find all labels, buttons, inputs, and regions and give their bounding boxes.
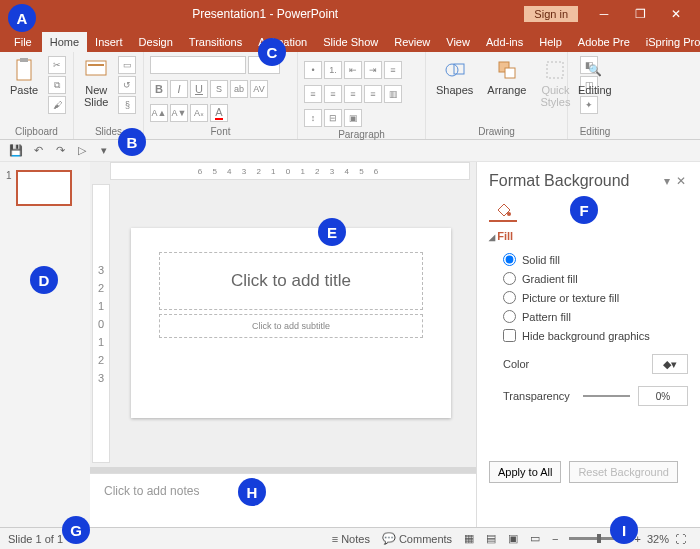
reading-view-button[interactable]: ▣	[502, 532, 524, 545]
underline-button[interactable]: U	[190, 80, 208, 98]
italic-button[interactable]: I	[170, 80, 188, 98]
align-center-button[interactable]: ≡	[324, 85, 342, 103]
apply-to-all-button[interactable]: Apply to All	[489, 461, 561, 483]
justify-button[interactable]: ≡	[364, 85, 382, 103]
comments-toggle[interactable]: 💬 Comments	[376, 532, 458, 545]
svg-rect-0	[17, 60, 31, 80]
spacing-button[interactable]: AV	[250, 80, 268, 98]
maximize-button[interactable]: ❐	[622, 7, 658, 21]
section-button[interactable]: §	[118, 96, 136, 114]
editing-button[interactable]: 🔍Editing	[574, 56, 616, 98]
tab-animation[interactable]: Animation	[250, 32, 315, 52]
taskpane-title: Format Background	[489, 172, 660, 190]
align-right-button[interactable]: ≡	[344, 85, 362, 103]
indent-inc-button[interactable]: ⇥	[364, 61, 382, 79]
subtitle-placeholder[interactable]: Click to add subtitle	[159, 314, 423, 338]
vertical-ruler[interactable]: 3210123	[92, 184, 110, 463]
bullets-button[interactable]: •	[304, 61, 322, 79]
align-left-button[interactable]: ≡	[304, 85, 322, 103]
smartart-button[interactable]: ▣	[344, 109, 362, 127]
tab-home[interactable]: Home	[42, 32, 87, 52]
group-label-clipboard: Clipboard	[6, 124, 67, 137]
slide-canvas-area[interactable]: Click to add title Click to add subtitle	[110, 180, 476, 467]
group-paragraph: • 1. ⇤ ⇥ ≡ ≡ ≡ ≡ ≡ ▥ ↕ ⊟ ▣ Paragraph	[298, 52, 426, 139]
notes-pane[interactable]: Click to add notes	[90, 473, 476, 527]
text-direction-button[interactable]: ↕	[304, 109, 322, 127]
minimize-button[interactable]: ─	[586, 7, 622, 21]
slide-counter[interactable]: Slide 1 of 1	[8, 533, 63, 545]
zoom-out-button[interactable]: −	[546, 533, 564, 545]
tab-transitions[interactable]: Transitions	[181, 32, 250, 52]
sorter-view-button[interactable]: ▤	[480, 532, 502, 545]
gradient-fill-option[interactable]: Gradient fill	[489, 269, 688, 288]
slide-thumbnail[interactable]	[16, 170, 72, 206]
start-slideshow-button[interactable]: ▷	[74, 143, 90, 159]
undo-button[interactable]: ↶	[30, 143, 46, 159]
solid-fill-option[interactable]: Solid fill	[489, 250, 688, 269]
arrange-label: Arrange	[487, 84, 526, 96]
tab-slideshow[interactable]: Slide Show	[315, 32, 386, 52]
zoom-in-button[interactable]: +	[629, 533, 647, 545]
fit-to-window-button[interactable]: ⛶	[669, 533, 692, 545]
normal-view-button[interactable]: ▦	[458, 532, 480, 545]
taskpane-options-button[interactable]: ▾	[660, 174, 674, 188]
pattern-fill-option[interactable]: Pattern fill	[489, 307, 688, 326]
tab-file[interactable]: File	[4, 32, 42, 52]
font-size-box[interactable]	[248, 56, 280, 74]
decrease-font-button[interactable]: A▼	[170, 104, 188, 122]
clear-format-button[interactable]: Aₓ	[190, 104, 208, 122]
layout-button[interactable]: ▭	[118, 56, 136, 74]
transparency-slider[interactable]	[583, 395, 630, 397]
paste-button[interactable]: Paste	[6, 56, 42, 98]
slideshow-view-button[interactable]: ▭	[524, 532, 546, 545]
tab-help[interactable]: Help	[531, 32, 570, 52]
signin-button[interactable]: Sign in	[524, 6, 578, 22]
tab-design[interactable]: Design	[131, 32, 181, 52]
indent-dec-button[interactable]: ⇤	[344, 61, 362, 79]
notes-toggle[interactable]: ≡ Notes	[326, 533, 376, 545]
redo-button[interactable]: ↷	[52, 143, 68, 159]
copy-button[interactable]: ⧉	[48, 76, 66, 94]
arrange-button[interactable]: Arrange	[483, 56, 530, 98]
ribbon-tabs: File Home Insert Design Transitions Anim…	[0, 28, 700, 52]
shapes-button[interactable]: Shapes	[432, 56, 477, 98]
zoom-slider[interactable]	[569, 537, 625, 540]
font-family-box[interactable]	[150, 56, 246, 74]
format-painter-button[interactable]: 🖌	[48, 96, 66, 114]
taskpane-close-button[interactable]: ✕	[674, 174, 688, 188]
numbering-button[interactable]: 1.	[324, 61, 342, 79]
hide-bg-graphics-checkbox[interactable]: Hide background graphics	[489, 326, 688, 345]
tab-adobe[interactable]: Adobe Pre	[570, 32, 638, 52]
tab-review[interactable]: Review	[386, 32, 438, 52]
tab-addins[interactable]: Add-ins	[478, 32, 531, 52]
transparency-label: Transparency	[503, 390, 575, 402]
font-color-button[interactable]: A	[210, 104, 228, 122]
bold-button[interactable]: B	[150, 80, 168, 98]
transparency-value[interactable]: 0%	[638, 386, 688, 406]
fill-tab-icon[interactable]	[489, 198, 517, 222]
zoom-level[interactable]: 32%	[647, 533, 669, 545]
tab-ispring[interactable]: iSpring Pro	[638, 32, 700, 52]
horizontal-ruler[interactable]: 6 5 4 3 2 1 0 1 2 3 4 5 6	[110, 162, 470, 180]
picture-fill-option[interactable]: Picture or texture fill	[489, 288, 688, 307]
columns-button[interactable]: ▥	[384, 85, 402, 103]
new-slide-button[interactable]: New Slide	[80, 56, 112, 110]
strike-button[interactable]: S	[210, 80, 228, 98]
align-text-button[interactable]: ⊟	[324, 109, 342, 127]
shadow-button[interactable]: ab	[230, 80, 248, 98]
close-button[interactable]: ✕	[658, 7, 694, 21]
reset-button[interactable]: ↺	[118, 76, 136, 94]
slide[interactable]: Click to add title Click to add subtitle	[131, 228, 451, 418]
fill-color-button[interactable]: ◆▾	[652, 354, 688, 374]
title-placeholder[interactable]: Click to add title	[159, 252, 423, 310]
reset-background-button[interactable]: Reset Background	[569, 461, 678, 483]
qat-customize-button[interactable]: ▾	[96, 143, 112, 159]
save-button[interactable]: 💾	[8, 143, 24, 159]
tab-insert[interactable]: Insert	[87, 32, 131, 52]
fill-section-header[interactable]: Fill	[489, 230, 688, 242]
tab-view[interactable]: View	[438, 32, 478, 52]
slide-thumbnails-pane[interactable]: 1	[0, 162, 90, 527]
line-spacing-button[interactable]: ≡	[384, 61, 402, 79]
increase-font-button[interactable]: A▲	[150, 104, 168, 122]
cut-button[interactable]: ✂	[48, 56, 66, 74]
